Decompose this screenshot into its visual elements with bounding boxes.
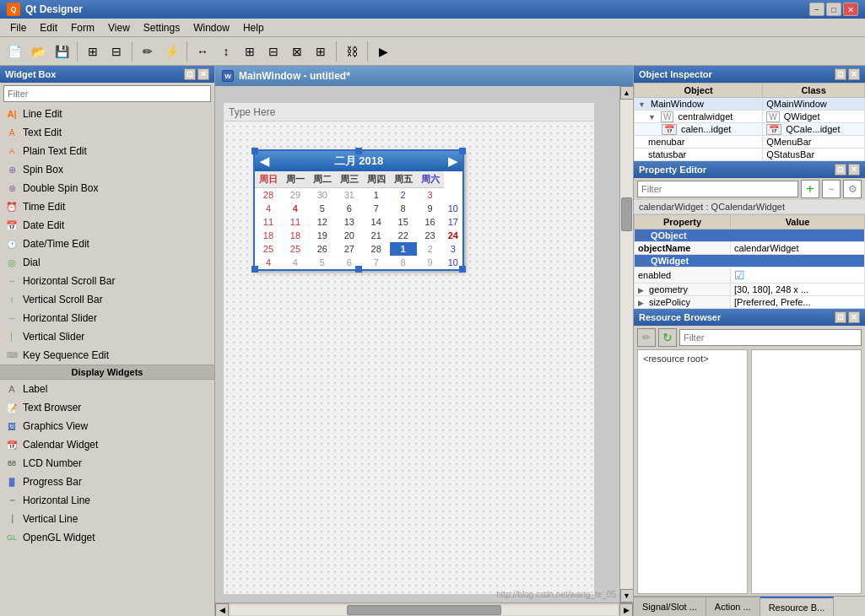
cal-day[interactable]: 2 (390, 188, 417, 203)
widget-item-time-edit[interactable]: ⏰ Time Edit (0, 197, 214, 216)
menu-edit[interactable]: Edit (33, 20, 64, 35)
resource-edit-button[interactable]: ✏ (637, 328, 656, 347)
layout-h-button[interactable]: ↔ (192, 41, 214, 62)
layout-grid-button[interactable]: ⊞ (239, 41, 261, 62)
rb-close-button[interactable]: ✕ (848, 311, 860, 323)
property-filter-input[interactable] (637, 181, 798, 197)
cal-day-today[interactable]: 1 (390, 242, 417, 256)
prop-value-objectname[interactable]: calendarWidget (731, 242, 865, 255)
resize-handle-tr[interactable] (459, 148, 466, 154)
tab-action[interactable]: Action ... (706, 597, 760, 616)
widget-item-graphics-view[interactable]: 🖼 Graphics View (0, 417, 214, 435)
menu-help[interactable]: Help (236, 20, 271, 35)
cal-day[interactable]: 24 (444, 229, 462, 242)
widget-item-double-spin-box[interactable]: ⊗ Double Spin Box (0, 179, 214, 197)
cal-day[interactable]: 4 (255, 202, 282, 215)
cal-day[interactable]: 1 (363, 188, 390, 203)
widget-item-hslider[interactable]: ─ Horizontal Slider (0, 309, 214, 327)
widget-item-datetime-edit[interactable]: 🕐 Date/Time Edit (0, 235, 214, 253)
prop-row-enabled[interactable]: enabled ☑ (635, 267, 865, 284)
layout-v-button[interactable]: ↕ (215, 41, 237, 62)
rb-float-button[interactable]: ⊡ (835, 311, 846, 323)
cal-day[interactable]: 4 (282, 202, 309, 215)
scroll-left-button[interactable]: ◀ (215, 603, 229, 617)
scroll-up-button[interactable]: ▲ (620, 86, 634, 100)
widget-item-dial[interactable]: ◎ Dial (0, 253, 214, 272)
pe-float-button[interactable]: ⊡ (835, 164, 846, 176)
widget-item-keyseq[interactable]: ⌨ Key Sequence Edit (0, 346, 214, 365)
resize-handle-tl[interactable] (251, 148, 258, 154)
cal-day[interactable]: 31 (336, 188, 363, 203)
cal-day[interactable]: 23 (417, 229, 444, 242)
tab-resource[interactable]: Resource B... (760, 597, 835, 616)
widget-item-plain-text-edit[interactable]: A Plain Text Edit (0, 142, 214, 160)
cal-day[interactable]: 14 (363, 215, 390, 229)
cal-day[interactable]: 16 (417, 215, 444, 229)
widget-item-date-edit[interactable]: 📅 Date Edit (0, 216, 214, 235)
menu-form[interactable]: Form (64, 20, 101, 35)
cal-day[interactable]: 13 (336, 215, 363, 229)
cal-day[interactable]: 20 (336, 229, 363, 242)
prop-row-sizepolicy[interactable]: ▶ sizePolicy [Preferred, Prefe... (635, 296, 865, 309)
scroll-right-button[interactable]: ▶ (619, 603, 633, 617)
cal-day[interactable]: 7 (363, 256, 390, 269)
resource-filter-input[interactable] (679, 329, 862, 346)
cal-day[interactable]: 3 (417, 188, 444, 203)
prop-value-geometry[interactable]: [30, 180], 248 x ... (731, 284, 865, 296)
edit-widget-button[interactable]: ✏ (137, 41, 159, 62)
resource-tree[interactable]: <resource root> (637, 349, 748, 594)
oi-row-statusbar[interactable]: statusbar QStatusBar (635, 149, 865, 161)
cal-day[interactable]: 28 (255, 188, 282, 203)
widget-box-float-button[interactable]: ⊡ (184, 68, 196, 80)
widget-item-opengl[interactable]: GL OpenGL Widget (0, 528, 214, 547)
resource-root-item[interactable]: <resource root> (638, 350, 747, 367)
widget-button[interactable]: ⊟ (105, 41, 127, 62)
property-remove-button[interactable]: − (822, 180, 841, 198)
hscroll-thumb[interactable] (347, 605, 502, 615)
minimize-button[interactable]: − (809, 3, 824, 16)
menu-file[interactable]: File (3, 20, 33, 35)
tab-signal-slot[interactable]: Signal/Slot ... (634, 597, 706, 616)
form-button[interactable]: ⊞ (82, 41, 104, 62)
new-button[interactable]: 📄 (3, 41, 25, 62)
cal-day[interactable]: 9 (417, 256, 444, 269)
pe-close-button[interactable]: ✕ (848, 164, 860, 176)
cal-day[interactable]: 5 (309, 256, 336, 269)
oi-close-button[interactable]: ✕ (848, 68, 860, 80)
scroll-track[interactable] (620, 100, 633, 589)
scroll-down-button[interactable]: ▼ (620, 589, 634, 602)
menubar-placeholder[interactable]: Type Here (224, 103, 594, 122)
edit-signal-button[interactable]: ⚡ (160, 41, 182, 62)
design-area[interactable]: Type Here ◀ 二月 (224, 103, 594, 594)
cal-day[interactable]: 15 (390, 215, 417, 229)
cal-day[interactable]: 11 (282, 215, 309, 229)
layout-split-h-button[interactable]: ⊠ (286, 41, 308, 62)
prop-value-sizepolicy[interactable]: [Preferred, Prefe... (731, 296, 865, 309)
oi-row-calendarwidget[interactable]: 📅 calen...idget 📅 QCale...idget (635, 123, 865, 136)
cal-day[interactable]: 10 (444, 202, 462, 215)
resize-handle-t[interactable] (355, 148, 362, 154)
cal-day[interactable]: 22 (390, 229, 417, 242)
layout-split-v-button[interactable]: ⊞ (310, 41, 332, 62)
calendar-widget-canvas[interactable]: ◀ 二月 2018 ▶ 周日 (253, 149, 464, 271)
cal-day[interactable]: 25 (282, 242, 309, 256)
cal-day[interactable]: 21 (363, 229, 390, 242)
menu-window[interactable]: Window (187, 20, 236, 35)
menu-settings[interactable]: Settings (137, 20, 187, 35)
cal-day[interactable]: 29 (282, 188, 309, 203)
preview-button[interactable]: ▶ (372, 41, 394, 62)
prop-row-geometry[interactable]: ▶ geometry [30, 180], 248 x ... (635, 284, 865, 296)
cal-day[interactable]: 27 (336, 242, 363, 256)
cal-day[interactable]: 11 (255, 215, 282, 229)
widget-item-text-browser[interactable]: 📝 Text Browser (0, 398, 214, 417)
cal-day[interactable]: 6 (336, 202, 363, 215)
widget-item-calendar-widget[interactable]: 📆 Calendar Widget (0, 435, 214, 454)
cal-day[interactable]: 26 (309, 242, 336, 256)
enabled-checkbox[interactable]: ☑ (734, 268, 745, 282)
widget-item-hline[interactable]: ━ Horizontal Line (0, 491, 214, 510)
resize-handle-b[interactable] (355, 266, 362, 273)
cal-day[interactable]: 5 (309, 202, 336, 215)
widget-item-vslider[interactable]: │ Vertical Slider (0, 327, 214, 346)
oi-float-button[interactable]: ⊡ (835, 68, 846, 80)
oi-row-menubar[interactable]: menubar QMenuBar (635, 136, 865, 149)
